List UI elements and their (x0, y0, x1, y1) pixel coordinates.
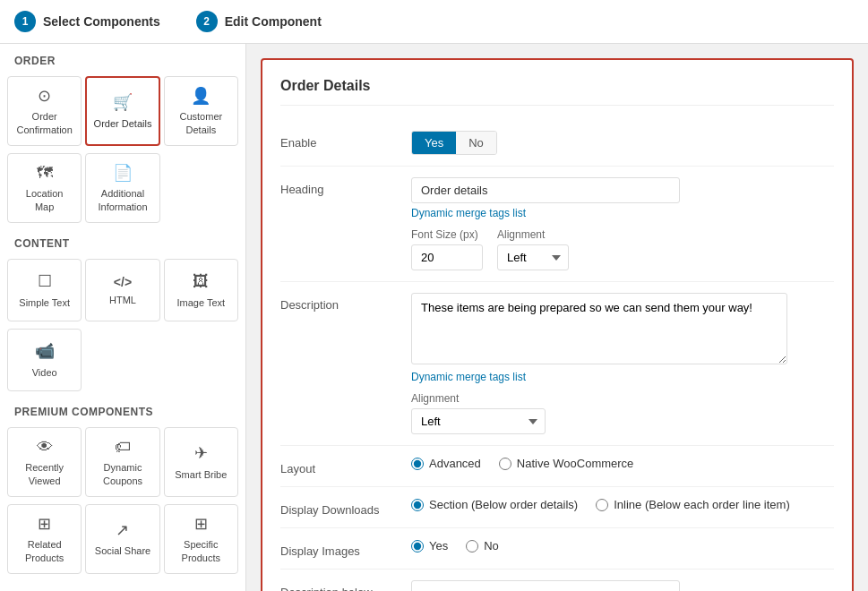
sidebar-item-html[interactable]: </> HTML (85, 259, 159, 321)
desc-alignment-select[interactable]: Left Center Right (411, 408, 546, 434)
display-images-no-radio[interactable] (466, 540, 478, 552)
premium-grid-2: ⊞ RelatedProducts ↗ Social Share ⊞ Speci… (0, 501, 245, 578)
display-inline-radio[interactable] (596, 499, 608, 511)
html-icon: </> (114, 274, 132, 290)
alignment-select[interactable]: Left Center Right (497, 244, 569, 270)
step2-circle: 2 (196, 11, 218, 32)
enable-row: Enable Yes No (280, 120, 834, 167)
customer-label: CustomerDetails (179, 110, 222, 136)
sidebar-item-simple-text[interactable]: ☐ Simple Text (7, 259, 82, 321)
step2-label: 2 Edit Component (196, 11, 322, 32)
dynamic-coupons-label: DynamicCoupons (103, 461, 142, 487)
customer-icon: 👤 (191, 86, 211, 107)
sidebar-item-social-share[interactable]: ↗ Social Share (85, 504, 159, 574)
edit-panel: Order Details Enable Yes No Heading Dyna… (261, 58, 854, 591)
smart-bribe-icon: ✈ (194, 443, 208, 464)
enable-yes-button[interactable]: Yes (412, 132, 456, 154)
display-images-no-label: No (484, 539, 499, 552)
simple-text-label: Simple Text (19, 296, 70, 309)
related-products-icon: ⊞ (38, 514, 51, 535)
premium-grid-1: 👁 RecentlyViewed 🏷 DynamicCoupons ✈ Smar… (0, 424, 245, 501)
additional-icon: 📄 (113, 163, 133, 184)
layout-native-radio[interactable] (499, 458, 511, 470)
display-images-no-option[interactable]: No (466, 539, 499, 552)
font-size-input[interactable] (411, 244, 483, 270)
sidebar-item-related-products[interactable]: ⊞ RelatedProducts (7, 504, 82, 574)
display-downloads-label: Display Downloads (280, 498, 397, 517)
desc-alignment-label: Alignment (411, 392, 834, 405)
sidebar-item-order-confirmation[interactable]: ⊙ OrderConfirmation (7, 76, 82, 146)
heading-content: Dynamic merge tags list Font Size (px) A… (411, 177, 834, 270)
sidebar-item-dynamic-coupons[interactable]: 🏷 DynamicCoupons (85, 427, 159, 497)
font-size-label: Font Size (px) (411, 228, 483, 241)
video-icon: 📹 (35, 341, 55, 362)
desc-below-input[interactable] (411, 580, 680, 591)
sidebar-item-video[interactable]: 📹 Video (7, 329, 82, 391)
desc-below-row: Description below (280, 570, 834, 591)
right-panel: Order Details Enable Yes No Heading Dyna… (246, 44, 868, 591)
layout-advanced-option[interactable]: Advanced (411, 457, 481, 470)
heading-label: Heading (280, 177, 397, 196)
sidebar-item-customer-details[interactable]: 👤 CustomerDetails (164, 76, 238, 146)
desc-below-label: Description below (280, 580, 397, 591)
description-row: Description These items are being prepar… (280, 282, 834, 446)
desc-merge-tags-link[interactable]: Dynamic merge tags list (411, 371, 526, 383)
heading-row: Heading Dynamic merge tags list Font Siz… (280, 167, 834, 282)
image-text-icon: 🖼 (193, 271, 209, 292)
image-text-label: Image Text (177, 296, 226, 309)
order-grid-2: 🗺 LocationMap 📄 AdditionalInformation (0, 150, 245, 227)
display-section-label: Section (Below order details) (429, 498, 578, 511)
display-images-yes-option[interactable]: Yes (411, 539, 448, 552)
display-section-option[interactable]: Section (Below order details) (411, 498, 578, 511)
enable-no-button[interactable]: No (456, 132, 496, 154)
confirmation-label: OrderConfirmation (16, 110, 72, 136)
sidebar-item-smart-bribe[interactable]: ✈ Smart Bribe (164, 427, 238, 497)
heading-input[interactable] (411, 177, 680, 203)
content-grid-1: ☐ Simple Text </> HTML 🖼 Image Text (0, 255, 245, 325)
enable-label: Enable (280, 131, 397, 150)
social-share-icon: ↗ (116, 520, 129, 541)
enable-content: Yes No (411, 131, 834, 155)
social-share-label: Social Share (95, 544, 150, 557)
sidebar-item-recently-viewed[interactable]: 👁 RecentlyViewed (7, 427, 82, 497)
top-header: 1 Select Components 2 Edit Component (0, 0, 868, 44)
sidebar-item-image-text[interactable]: 🖼 Image Text (164, 259, 238, 321)
sidebar-item-additional-info[interactable]: 📄 AdditionalInformation (85, 153, 159, 223)
main-layout: Order ⊙ OrderConfirmation 🛒 Order Detail… (0, 44, 868, 591)
display-inline-label: Inline (Below each order line item) (614, 498, 790, 511)
related-products-label: RelatedProducts (25, 538, 64, 564)
premium-section-label: Premium Components (0, 395, 245, 424)
panel-title: Order Details (280, 78, 834, 106)
simple-text-icon: ☐ (38, 271, 52, 292)
layout-label: Layout (280, 457, 397, 475)
display-images-radio-group: Yes No (411, 539, 834, 552)
display-downloads-row: Display Downloads Section (Below order d… (280, 487, 834, 528)
order-details-icon: 🛒 (113, 92, 133, 113)
sidebar-item-order-details[interactable]: 🛒 Order Details (85, 76, 159, 146)
html-label: HTML (109, 294, 136, 306)
layout-advanced-radio[interactable] (411, 458, 424, 470)
display-images-yes-radio[interactable] (411, 540, 424, 552)
layout-native-option[interactable]: Native WooCommerce (499, 457, 634, 470)
confirmation-icon: ⊙ (38, 86, 51, 107)
layout-content: Advanced Native WooCommerce (411, 457, 834, 470)
recently-viewed-icon: 👁 (37, 437, 53, 458)
location-label: LocationMap (26, 187, 64, 213)
video-label: Video (32, 366, 57, 379)
display-images-row: Display Images Yes No (280, 528, 834, 570)
sidebar-item-specific-products[interactable]: ⊞ SpecificProducts (164, 504, 238, 574)
order-grid-1: ⊙ OrderConfirmation 🛒 Order Details 👤 Cu… (0, 73, 245, 150)
layout-row: Layout Advanced Native WooCommerce (280, 446, 834, 487)
description-label: Description (280, 293, 397, 312)
description-textarea[interactable]: These items are being prepared so we can… (411, 293, 787, 364)
heading-merge-tags-link[interactable]: Dynamic merge tags list (411, 207, 526, 219)
display-section-radio[interactable] (411, 499, 424, 511)
sidebar-item-location-map[interactable]: 🗺 LocationMap (7, 153, 82, 223)
content-grid-2: 📹 Video (0, 325, 245, 395)
order-section-label: Order (0, 44, 245, 73)
display-inline-option[interactable]: Inline (Below each order line item) (596, 498, 790, 511)
layout-advanced-label: Advanced (429, 457, 481, 470)
order-details-label: Order Details (94, 117, 152, 130)
alignment-label: Alignment (497, 228, 569, 241)
display-downloads-radio-group: Section (Below order details) Inline (Be… (411, 498, 834, 511)
